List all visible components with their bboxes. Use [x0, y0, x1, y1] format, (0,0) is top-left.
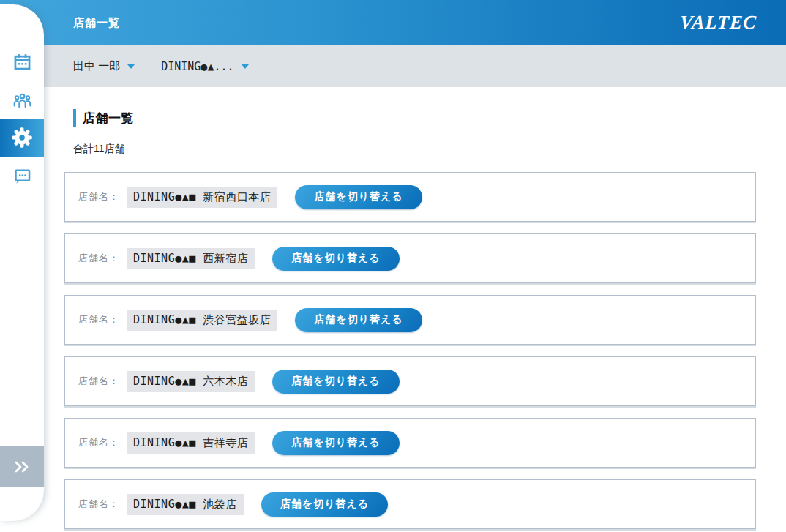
- switch-store-button[interactable]: 店舗を切り替える: [272, 431, 399, 455]
- main-content: 店舗一覧 合計11店舗 店舗名： DINING●▲■ 新宿西口本店 店舗を切り替…: [44, 87, 786, 532]
- context-bar: 田中 一郎 DINING●▲...: [0, 45, 786, 87]
- store-name-value: DINING●▲■ 池袋店: [127, 494, 244, 515]
- valtec-logo: VALTEC: [679, 12, 757, 34]
- switch-store-button[interactable]: 店舗を切り替える: [272, 370, 399, 394]
- store-list: 店舗名： DINING●▲■ 新宿西口本店 店舗を切り替える 店舗名： DINI…: [64, 172, 786, 529]
- sidebar-item-messages[interactable]: [0, 157, 44, 195]
- store-name-label: 店舗名：: [78, 190, 119, 203]
- sidebar-nav: [0, 4, 44, 195]
- store-name-label: 店舗名：: [78, 375, 119, 388]
- store-name-label: 店舗名：: [78, 436, 119, 449]
- company-dropdown[interactable]: DINING●▲...: [161, 60, 248, 73]
- double-chevron-right-icon: [12, 460, 31, 474]
- page-title: 店舗一覧: [83, 110, 134, 127]
- user-name: 田中 一郎: [73, 59, 120, 73]
- calendar-icon: [12, 52, 32, 72]
- switch-store-button[interactable]: 店舗を切り替える: [261, 492, 388, 517]
- switch-store-button[interactable]: 店舗を切り替える: [295, 308, 422, 332]
- page-heading: 店舗一覧: [73, 109, 786, 127]
- store-card: 店舗名： DINING●▲■ 新宿西口本店 店舗を切り替える: [64, 172, 756, 222]
- sidebar-item-settings[interactable]: [0, 119, 44, 157]
- gear-icon: [11, 127, 33, 149]
- store-card: 店舗名： DINING●▲■ 吉祥寺店 店舗を切り替える: [64, 418, 756, 468]
- sidebar-expand-button[interactable]: [0, 446, 44, 487]
- store-name-value: DINING●▲■ 渋谷宮益坂店: [127, 310, 277, 331]
- header-title: 店舗一覧: [73, 16, 120, 30]
- store-card: 店舗名： DINING●▲■ 西新宿店 店舗を切り替える: [64, 233, 756, 283]
- store-card: 店舗名： DINING●▲■ 渋谷宮益坂店 店舗を切り替える: [64, 295, 756, 345]
- store-name-value: DINING●▲■ 吉祥寺店: [127, 432, 255, 454]
- switch-store-button[interactable]: 店舗を切り替える: [295, 185, 422, 209]
- company-name: DINING●▲...: [161, 60, 233, 73]
- sidebar-item-calendar[interactable]: [0, 42, 44, 80]
- people-icon: [12, 90, 32, 110]
- user-dropdown[interactable]: 田中 一郎: [73, 59, 135, 73]
- store-name-value: DINING●▲■ 新宿西口本店: [127, 187, 277, 208]
- sidebar: [0, 4, 44, 521]
- switch-store-button[interactable]: 店舗を切り替える: [272, 247, 399, 271]
- store-name-value: DINING●▲■ 西新宿店: [127, 248, 255, 269]
- chevron-down-icon: [127, 64, 135, 69]
- store-name-value: DINING●▲■ 六本木店: [127, 371, 255, 392]
- store-card: 店舗名： DINING●▲■ 池袋店 店舗を切り替える: [64, 479, 756, 529]
- sidebar-item-staff[interactable]: [0, 80, 44, 119]
- heading-accent-bar: [73, 109, 76, 127]
- store-name-label: 店舗名：: [78, 498, 119, 511]
- chat-icon: [12, 166, 32, 186]
- chevron-down-icon: [242, 64, 249, 69]
- store-name-label: 店舗名：: [78, 313, 119, 326]
- store-card: 店舗名： DINING●▲■ 六本木店 店舗を切り替える: [64, 356, 756, 406]
- store-count: 合計11店舗: [73, 143, 786, 156]
- app-header: 店舗一覧 VALTEC: [0, 0, 786, 45]
- store-name-label: 店舗名：: [78, 252, 119, 265]
